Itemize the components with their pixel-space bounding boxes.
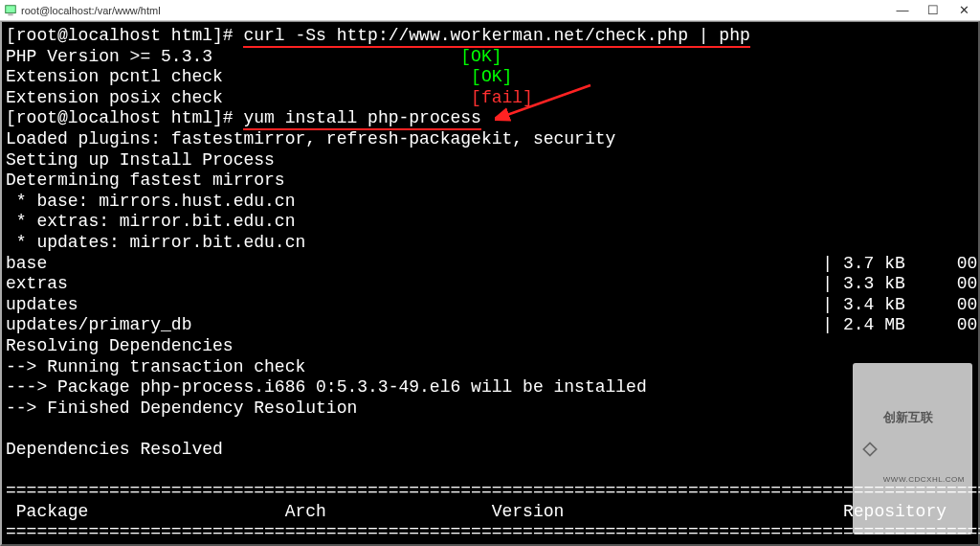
- status-ok: [OK]: [460, 47, 501, 66]
- repo-row: updates | 3.4 kB 00:00: [6, 295, 980, 314]
- prompt: [root@localhost html]#: [6, 108, 243, 127]
- status-fail: [fail]: [471, 88, 533, 107]
- svg-rect-1: [8, 13, 12, 15]
- close-button[interactable]: ✕: [957, 4, 970, 17]
- yum-output: Resolving Dependencies: [6, 336, 234, 355]
- watermark: 创新互联 WWW.CDCXHL.COM: [853, 363, 972, 535]
- repo-row: base | 3.7 kB 00:00: [6, 254, 980, 273]
- repo-row: updates/primary_db | 2.4 MB 00:05: [6, 315, 980, 334]
- repo-row: extras | 3.3 kB 00:00: [6, 274, 980, 293]
- svg-rect-0: [6, 5, 16, 12]
- yum-mirror: * base: mirrors.hust.edu.cn: [6, 192, 295, 211]
- yum-output: --> Finished Dependency Resolution: [6, 398, 357, 418]
- putty-icon: [4, 4, 17, 17]
- check-posix: Extension posix check [fail]: [6, 88, 533, 107]
- status-ok: [OK]: [471, 67, 512, 86]
- prompt: [root@localhost html]#: [6, 26, 243, 45]
- window-controls: — ☐ ✕: [896, 4, 970, 17]
- command-yum: yum install php-process: [243, 108, 480, 130]
- yum-output: --> Running transaction check: [6, 357, 305, 376]
- yum-mirror: * extras: mirror.bit.edu.cn: [6, 212, 295, 231]
- table-divider: ========================================…: [6, 481, 980, 500]
- yum-output: Loaded plugins: fastestmirror, refresh-p…: [6, 129, 615, 148]
- yum-output: Dependencies Resolved: [6, 440, 223, 459]
- yum-mirror: * updates: mirror.bit.edu.cn: [6, 233, 305, 252]
- yum-output: Setting up Install Process: [6, 150, 275, 170]
- yum-output: ---> Package php-process.i686 0:5.3.3-49…: [6, 377, 647, 397]
- window-titlebar: root@localhost:/var/www/html — ☐ ✕: [0, 0, 980, 21]
- watermark-logo-icon: [860, 440, 880, 459]
- table-header: Package Arch Version Repository: [6, 502, 947, 521]
- check-php-version: PHP Version >= 5.3.3 [OK]: [6, 47, 502, 66]
- table-divider: ========================================…: [6, 522, 980, 541]
- command-curl: curl -Ss http://www.workerman.net/check.…: [243, 26, 749, 48]
- terminal[interactable]: [root@localhost html]# curl -Ss http://w…: [0, 21, 980, 546]
- yum-output: Determining fastest mirrors: [6, 171, 285, 190]
- window-title: root@localhost:/var/www/html: [21, 5, 896, 16]
- minimize-button[interactable]: —: [896, 4, 909, 17]
- maximize-button[interactable]: ☐: [926, 4, 940, 17]
- check-pcntl: Extension pcntl check [OK]: [6, 67, 512, 86]
